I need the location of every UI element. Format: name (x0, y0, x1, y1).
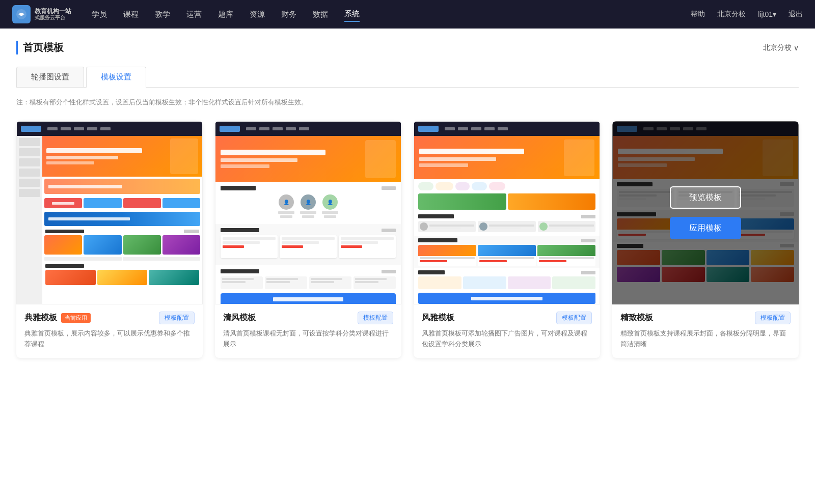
tabs-container: 轮播图设置 模板设置 (16, 67, 799, 88)
branch-name: 北京分校 (763, 43, 792, 52)
logo-icon (12, 5, 31, 23)
branch-chevron: ∨ (794, 44, 799, 52)
card-title-area-2: 清风模板 (223, 313, 256, 323)
tab-template[interactable]: 模板设置 (86, 67, 146, 88)
nav-right: 帮助 北京分校 lijt01▾ 退出 (691, 10, 803, 19)
nav-item-system[interactable]: 系统 (344, 7, 360, 22)
logo-line2: 式服务云平台 (35, 15, 71, 21)
preview-template-btn[interactable]: 预览模板 (670, 186, 741, 209)
main-content: 首页模板 北京分校 ∨ 轮播图设置 模板设置 注：模板有部分个性化样式设置，设置… (0, 29, 815, 504)
logo-line1: 教育机构一站 (35, 8, 71, 15)
navigation: 教育机构一站 式服务云平台 学员 课程 教学 运营 题库 资源 财务 数据 系统… (0, 0, 815, 29)
tab-banner[interactable]: 轮播图设置 (16, 67, 84, 87)
nav-left: 教育机构一站 式服务云平台 学员 课程 教学 运营 题库 资源 财务 数据 系统 (12, 5, 360, 23)
template-preview-2[interactable]: 👤 👤 👤 (215, 121, 401, 304)
svg-point-1 (20, 13, 23, 16)
card-footer-1: 典雅模板 当前应用 模板配置 典雅首页模板，展示内容较多，可以展示优惠券和多个推… (16, 304, 203, 358)
template-desc-2: 清风首页模板课程无封面，可设置按学科分类对课程进行展示 (223, 328, 393, 350)
config-btn-2[interactable]: 模板配置 (358, 312, 393, 324)
nav-item-operations[interactable]: 运营 (186, 8, 202, 21)
template-card-4: 预览模板 应用模板 精致模板 模板配置 精致首页模板支持课程展示封面，各模板分隔… (612, 121, 799, 358)
template-card-1: 典雅模板 当前应用 模板配置 典雅首页模板，展示内容较多，可以展示优惠券和多个推… (16, 121, 203, 358)
template-preview-1[interactable] (16, 121, 203, 304)
nav-item-questions[interactable]: 题库 (218, 8, 233, 21)
config-btn-4[interactable]: 模板配置 (755, 312, 791, 324)
note-text: 注：模板有部分个性化样式设置，设置后仅当前模板生效；非个性化样式设置后针对所有模… (16, 98, 799, 107)
template-hover-overlay: 预览模板 应用模板 (612, 121, 799, 304)
template-desc-3: 风雅首页模板可添加轮播图下广告图片，可对课程及课程包设置学科分类展示 (422, 328, 592, 350)
page-title: 首页模板 (16, 41, 64, 54)
template-card-2: 👤 👤 👤 (215, 121, 401, 358)
nav-logout[interactable]: 退出 (789, 10, 803, 19)
nav-item-courses[interactable]: 课程 (123, 8, 139, 21)
logo: 教育机构一站 式服务云平台 (12, 5, 71, 23)
template-preview-3[interactable] (414, 121, 600, 304)
current-badge-1: 当前应用 (61, 313, 91, 323)
card-footer-4: 精致模板 模板配置 精致首页模板支持课程展示封面，各模板分隔明显，界面简洁清晰 (612, 304, 799, 358)
template-desc-4: 精致首页模板支持课程展示封面，各模板分隔明显，界面简洁清晰 (620, 328, 791, 350)
nav-branch[interactable]: 北京分校 (717, 10, 746, 19)
nav-item-students[interactable]: 学员 (92, 8, 107, 21)
branch-selector[interactable]: 北京分校 ∨ (763, 43, 799, 52)
nav-item-finance[interactable]: 财务 (281, 8, 296, 21)
card-title-area-1: 典雅模板 当前应用 (24, 313, 91, 323)
template-desc-1: 典雅首页模板，展示内容较多，可以展示优惠券和多个推荐课程 (24, 328, 195, 350)
card-footer-3: 风雅模板 模板配置 风雅首页模板可添加轮播图下广告图片，可对课程及课程包设置学科… (414, 304, 600, 358)
template-preview-4[interactable]: 预览模板 应用模板 (612, 121, 799, 304)
nav-item-teaching[interactable]: 教学 (155, 8, 170, 21)
template-grid: 典雅模板 当前应用 模板配置 典雅首页模板，展示内容较多，可以展示优惠券和多个推… (16, 121, 799, 358)
nav-item-data[interactable]: 数据 (313, 8, 328, 21)
card-title-area-4: 精致模板 (620, 313, 653, 323)
template-card-3: 风雅模板 模板配置 风雅首页模板可添加轮播图下广告图片，可对课程及课程包设置学科… (414, 121, 600, 358)
template-name-2: 清风模板 (223, 313, 256, 323)
template-name-4: 精致模板 (620, 313, 653, 323)
card-footer-2: 清风模板 模板配置 清风首页模板课程无封面，可设置按学科分类对课程进行展示 (215, 304, 401, 358)
config-btn-3[interactable]: 模板配置 (556, 312, 592, 324)
config-btn-1[interactable]: 模板配置 (159, 312, 195, 324)
card-title-area-3: 风雅模板 (422, 313, 454, 323)
template-name-3: 风雅模板 (422, 313, 454, 323)
apply-template-btn[interactable]: 应用模板 (670, 217, 741, 239)
nav-menu: 学员 课程 教学 运营 题库 资源 财务 数据 系统 (92, 7, 360, 22)
template-name-1: 典雅模板 (24, 313, 57, 323)
nav-user[interactable]: lijt01▾ (758, 10, 776, 18)
nav-item-resources[interactable]: 资源 (250, 8, 265, 21)
nav-help[interactable]: 帮助 (691, 10, 705, 19)
page-header: 首页模板 北京分校 ∨ (16, 41, 799, 54)
logo-text: 教育机构一站 式服务云平台 (35, 8, 71, 21)
